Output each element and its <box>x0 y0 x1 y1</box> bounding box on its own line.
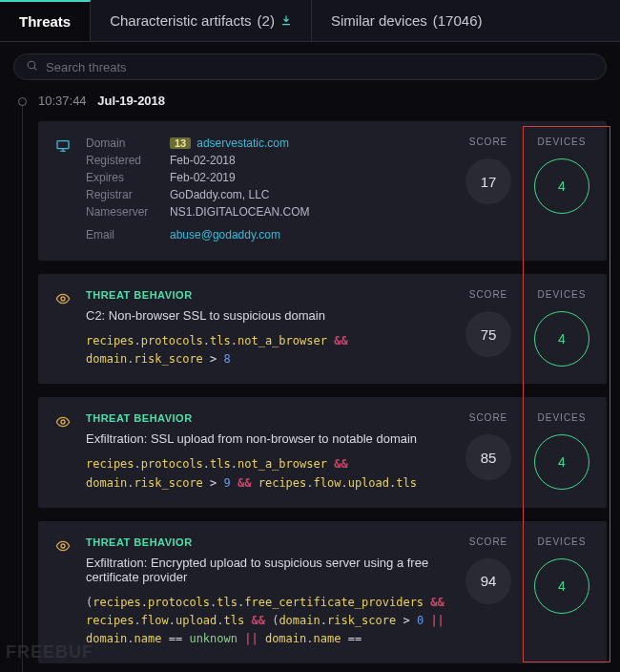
threat-behavior-label: THREAT BEHAVIOR <box>86 536 452 548</box>
search-box[interactable] <box>13 53 607 80</box>
monitor-icon <box>55 136 72 245</box>
field-label: Registrar <box>86 188 160 201</box>
tab-bar: Threats Characteristic artifacts (2) Sim… <box>0 0 620 42</box>
devices-metric: DEVICES 4 <box>534 536 589 614</box>
threat-title: Exfiltration: Encrypted upload to suspic… <box>86 556 452 584</box>
tab-label: Threats <box>19 13 71 30</box>
tab-label: Characteristic artifacts <box>110 12 251 29</box>
field-value: GoDaddy.com, LLC <box>170 188 270 201</box>
card-body: THREAT BEHAVIOR Exfiltration: SSL upload… <box>86 412 452 492</box>
threat-rule: (recipes.protocols.tls.free_certificate_… <box>86 594 452 649</box>
timeline-dot-icon <box>18 97 27 106</box>
threat-title: C2: Non-browser SSL to suspicious domain <box>86 308 452 323</box>
score-value: 85 <box>465 434 511 480</box>
metrics: SCORE 85 DEVICES 4 <box>465 412 589 492</box>
timestamp: 10:37:44 Jul-19-2018 <box>38 88 607 121</box>
date-value: Jul-19-2018 <box>97 94 165 108</box>
score-metric: SCORE 94 <box>465 536 511 604</box>
score-value: 75 <box>465 311 511 357</box>
timeline: 10:37:44 Jul-19-2018 Domain13adservestat… <box>0 88 620 672</box>
time-value: 10:37:44 <box>38 94 87 108</box>
devices-label: DEVICES <box>534 536 589 547</box>
risk-badge: 13 <box>170 137 191 149</box>
devices-value[interactable]: 4 <box>534 311 589 367</box>
devices-label: DEVICES <box>534 412 589 423</box>
score-metric: SCORE 75 <box>465 289 511 357</box>
threat-card[interactable]: THREAT BEHAVIOR C2: Non-browser SSL to s… <box>38 274 607 384</box>
threat-card[interactable]: THREAT BEHAVIOR Exfiltration: Encrypted … <box>38 521 607 664</box>
threat-behavior-label: THREAT BEHAVIOR <box>86 412 452 424</box>
eye-icon <box>55 412 72 492</box>
domain-card[interactable]: Domain13adservestatic.com RegisteredFeb-… <box>38 121 607 261</box>
eye-icon <box>55 289 72 368</box>
eye-icon <box>55 536 72 649</box>
card-body: THREAT BEHAVIOR Exfiltration: Encrypted … <box>86 536 452 649</box>
svg-point-3 <box>61 420 65 424</box>
search-container <box>0 42 620 88</box>
field-value: NS1.DIGITALOCEAN.COM <box>170 205 309 219</box>
card-body: THREAT BEHAVIOR C2: Non-browser SSL to s… <box>86 289 452 368</box>
domain-link[interactable]: adservestatic.com <box>196 136 289 150</box>
threat-behavior-label: THREAT BEHAVIOR <box>86 289 452 301</box>
svg-point-4 <box>61 544 65 548</box>
threat-card[interactable]: THREAT BEHAVIOR Exfiltration: SSL upload… <box>38 397 607 507</box>
field-label: Email <box>86 228 160 242</box>
threat-title: Exfiltration: SSL upload from non-browse… <box>86 431 452 446</box>
score-label: SCORE <box>465 136 511 147</box>
metrics: SCORE 94 DEVICES 4 <box>465 536 589 649</box>
card-body: Domain13adservestatic.com RegisteredFeb-… <box>86 136 452 245</box>
field-value: Feb-02-2018 <box>170 154 236 167</box>
metrics: SCORE 17 DEVICES 4 <box>465 136 589 245</box>
threat-rule: recipes.protocols.tls.not_a_browser && d… <box>86 455 452 492</box>
field-label: Registered <box>86 154 160 167</box>
devices-label: DEVICES <box>534 136 589 147</box>
tab-label: Similar devices <box>331 12 427 29</box>
devices-value[interactable]: 4 <box>534 158 589 214</box>
devices-metric: DEVICES 4 <box>534 412 589 490</box>
svg-point-2 <box>61 297 65 301</box>
tab-count: (2) <box>258 12 275 29</box>
devices-value[interactable]: 4 <box>534 434 589 490</box>
tab-threats[interactable]: Threats <box>0 0 91 41</box>
metrics: SCORE 75 DEVICES 4 <box>465 289 589 368</box>
devices-metric: DEVICES 4 <box>534 289 589 367</box>
score-label: SCORE <box>465 536 511 547</box>
tab-artifacts[interactable]: Characteristic artifacts (2) <box>91 0 312 41</box>
score-metric: SCORE 17 <box>465 136 511 204</box>
download-icon[interactable] <box>280 12 292 29</box>
devices-metric: DEVICES 4 <box>534 136 589 214</box>
field-label: Domain <box>86 136 160 150</box>
tab-count: (17046) <box>433 12 483 29</box>
score-label: SCORE <box>465 289 511 300</box>
field-value: Feb-02-2019 <box>170 171 236 184</box>
score-value: 94 <box>465 558 511 604</box>
email-link[interactable]: abuse@godaddy.com <box>170 228 280 242</box>
score-label: SCORE <box>465 412 511 423</box>
score-metric: SCORE 85 <box>465 412 511 480</box>
search-icon <box>26 59 38 74</box>
tab-similar-devices[interactable]: Similar devices (17046) <box>312 0 502 41</box>
field-label: Expires <box>86 171 160 184</box>
score-value: 17 <box>465 158 511 204</box>
threat-rule: recipes.protocols.tls.not_a_browser && d… <box>86 332 452 368</box>
devices-label: DEVICES <box>534 289 589 300</box>
field-label: Nameserver <box>86 205 160 219</box>
svg-point-0 <box>28 61 35 69</box>
svg-rect-1 <box>57 141 69 149</box>
devices-value[interactable]: 4 <box>534 558 589 614</box>
search-input[interactable] <box>46 60 594 74</box>
